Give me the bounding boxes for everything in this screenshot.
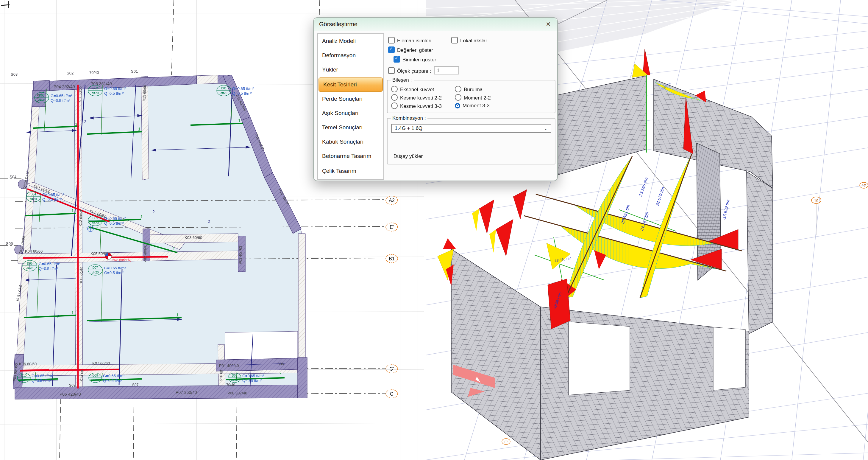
radio-moment-33-selected[interactable]: Moment 3-3 bbox=[455, 103, 490, 109]
list-item-temel-sonuclari[interactable]: Temel Sonuçları bbox=[318, 120, 383, 135]
slab-d09: D09 d=20 G=0.65 tf/m² Q=0.5 tf/m² bbox=[89, 373, 125, 383]
svg-text:1: 1 bbox=[280, 372, 282, 377]
beam-k13: K13 60/60 bbox=[79, 266, 84, 283]
dialog-content: Eleman isimleri Lokal akslar Değerleri g… bbox=[386, 33, 554, 178]
wall-back-left bbox=[551, 76, 647, 176]
svg-text:Q=0.5 tf/m²: Q=0.5 tf/m² bbox=[104, 270, 124, 275]
radio-eksenel-kuvvet[interactable]: Eksenel kuvvet bbox=[391, 86, 434, 92]
svg-text:D03: D03 bbox=[39, 94, 45, 97]
svg-text:D09: D09 bbox=[93, 374, 98, 377]
svg-text:Q=0.5 tf/m²: Q=0.5 tf/m² bbox=[242, 378, 262, 383]
groupbox-legend: Bileşen : bbox=[391, 77, 413, 83]
svg-text:d=20: d=20 bbox=[21, 379, 27, 382]
checkbox-box-checked[interactable] bbox=[388, 47, 395, 53]
radio-circle[interactable] bbox=[391, 103, 398, 109]
checkbox-lokal-akslar[interactable]: Lokal akslar bbox=[451, 37, 487, 44]
svg-text:D04: D04 bbox=[31, 193, 36, 196]
svg-text:d=20: d=20 bbox=[30, 198, 37, 201]
radio-burulma[interactable]: Burulma bbox=[455, 86, 483, 92]
list-item-asik-sonuclari[interactable]: Aşık Sonuçları bbox=[318, 106, 383, 120]
radio-kesme-22[interactable]: Kesme kuvveti 2-2 bbox=[391, 94, 442, 101]
checkbox-label: Değerleri göster bbox=[397, 47, 433, 53]
svg-text:Q=0.5 tf/m²: Q=0.5 tf/m² bbox=[104, 91, 124, 96]
radio-kesme-33[interactable]: Kesme kuvveti 3-3 bbox=[391, 103, 442, 109]
radio-circle[interactable] bbox=[391, 94, 398, 101]
svg-text:G': G' bbox=[389, 367, 394, 372]
list-item-celik-tasarim[interactable]: Çelik Tasarım bbox=[318, 164, 383, 178]
slab-d07: D07 d=20 G=0.65 tf/m² Q=0.5 tf/m² bbox=[88, 264, 126, 275]
axis-s03: S03 bbox=[11, 72, 18, 77]
svg-text:G=0.65 tf/m²: G=0.65 tf/m² bbox=[51, 93, 72, 98]
wall-p08: P08 307/40 bbox=[227, 391, 247, 395]
svg-text:24.079 tfm: 24.079 tfm bbox=[655, 186, 665, 207]
axis-s05: S05 bbox=[6, 241, 13, 246]
list-item-deformasyon[interactable]: Deformasyon bbox=[318, 48, 383, 63]
app-window: S03 S02 70/40 S01 S04 S05 S06 S07 S08 70… bbox=[0, 0, 868, 460]
svg-text:d=20: d=20 bbox=[27, 267, 33, 270]
rm-label: RM(1.BODRUM) bbox=[113, 259, 131, 262]
svg-text:1: 1 bbox=[173, 247, 175, 251]
svg-text:1: 1 bbox=[141, 214, 143, 219]
svg-text:2: 2 bbox=[84, 119, 86, 124]
svg-text:d=20: d=20 bbox=[231, 379, 238, 382]
radio-label: Kesme kuvveti 2-2 bbox=[400, 94, 442, 100]
svg-text:2: 2 bbox=[208, 219, 210, 224]
slab-d06: D06 d=20 G=0.65 tf/m² Q=0.5 tf/m² bbox=[23, 260, 60, 271]
close-icon[interactable]: ✕ bbox=[544, 20, 553, 29]
list-item-yukler[interactable]: Yükler bbox=[318, 63, 383, 77]
slab-d10: D10 d=20 G=0.65 tf/m² Q=0.5 tf/m² bbox=[17, 373, 53, 383]
svg-text:2: 2 bbox=[57, 314, 60, 319]
list-item-kabuk-sonuclari[interactable]: Kabuk Sonuçları bbox=[318, 135, 383, 149]
svg-text:1: 1 bbox=[138, 126, 141, 132]
component-groupbox: Bileşen : Eksenel kuvvet Kesme kuvveti 2… bbox=[387, 80, 555, 113]
checkbox-box[interactable] bbox=[388, 37, 395, 44]
svg-text:d=20: d=20 bbox=[38, 98, 45, 102]
svg-text:G=0.65 tf/m²: G=0.65 tf/m² bbox=[103, 374, 125, 378]
wall-p03: P03 40/763 bbox=[239, 246, 243, 264]
svg-text:Q=0.5 tf/m²: Q=0.5 tf/m² bbox=[51, 98, 70, 103]
list-item-analiz-modeli[interactable]: Analiz Modeli bbox=[318, 34, 383, 48]
radio-label: Burulma bbox=[464, 86, 483, 92]
wall-p02: P02 40/641 bbox=[143, 244, 147, 262]
list-item-betonarme-tasarim[interactable]: Betonarme Tasarım bbox=[318, 149, 383, 164]
checkbox-label: Lokal akslar bbox=[460, 37, 487, 43]
list-item-kesit-tesirleri[interactable]: Kesit Tesirleri bbox=[318, 77, 383, 91]
wall-p06: P06 420/40 bbox=[60, 392, 81, 397]
combination-select[interactable]: 1.4G + 1.6Q ⌄ bbox=[391, 124, 551, 133]
slab-d08: D08 d=20 G=0.65 tf/m² Q=0.5 tf/m² bbox=[228, 373, 264, 383]
beam-k15: K15 60/60 bbox=[142, 85, 147, 101]
radio-moment-22[interactable]: Moment 2-2 bbox=[455, 94, 491, 101]
combination-value: 1.4G + 1.6Q bbox=[395, 125, 423, 131]
radio-circle[interactable] bbox=[455, 86, 461, 92]
svg-text:G=0.65 tf/m²: G=0.65 tf/m² bbox=[104, 86, 126, 91]
svg-text:A2: A2 bbox=[389, 198, 395, 203]
wall-right-front bbox=[747, 172, 773, 334]
dialog-title: Görselleştirme bbox=[319, 21, 358, 27]
checkbox-birimleri-goster[interactable]: Birimleri göster bbox=[394, 56, 436, 63]
groupbox-legend: Kombinasyon : bbox=[391, 115, 428, 121]
beam-k06: K06 60/60 bbox=[19, 362, 37, 366]
checkbox-box[interactable] bbox=[451, 37, 458, 44]
checkbox-label: Eleman isimleri bbox=[397, 37, 431, 43]
checkbox-olcek-carpani[interactable]: Ölçek çarpanı : bbox=[388, 67, 431, 74]
beam-k07: K07 60/60 bbox=[92, 361, 110, 366]
checkbox-box-checked[interactable] bbox=[394, 56, 400, 63]
svg-text:B1: B1 bbox=[389, 256, 395, 261]
scale-factor-input[interactable] bbox=[434, 66, 459, 75]
list-item-perde-sonuclari[interactable]: Perde Sonuçları bbox=[318, 91, 383, 106]
svg-text:1: 1 bbox=[71, 310, 74, 315]
svg-text:D01: D01 bbox=[221, 87, 227, 90]
checkbox-box[interactable] bbox=[388, 67, 395, 74]
slab-d02: D02 d=20 G=0.65 tf/m² Q=0.5 tf/m² bbox=[88, 85, 126, 96]
svg-text:Q=0.5 tf/m²: Q=0.5 tf/m² bbox=[32, 378, 51, 383]
radio-circle-selected[interactable] bbox=[455, 103, 460, 108]
radio-circle[interactable] bbox=[391, 86, 398, 92]
checkbox-eleman-isimleri[interactable]: Eleman isimleri bbox=[388, 37, 431, 44]
svg-text:d=20: d=20 bbox=[92, 221, 99, 225]
radio-circle[interactable] bbox=[455, 94, 461, 101]
dialog-titlebar[interactable]: Görselleştirme bbox=[314, 18, 557, 31]
plan-axis-bubbles: A2 E' B1 G' G bbox=[386, 196, 398, 398]
axis-s02: S02 bbox=[67, 71, 73, 76]
slab-d03: D03 d=20 G=0.65 tf/m² Q=0.5 tf/m² bbox=[34, 92, 72, 103]
checkbox-degerleri-goster[interactable]: Değerleri göster bbox=[388, 47, 433, 53]
